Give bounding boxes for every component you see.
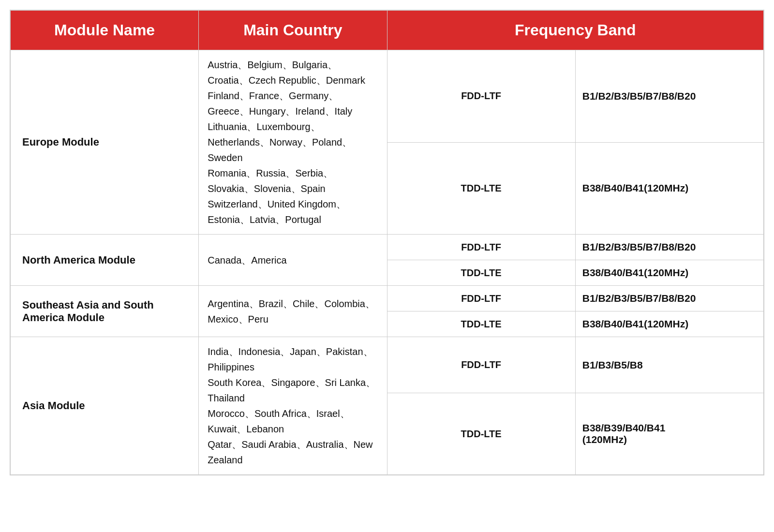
band-type-cell: TDD-LTE [387, 260, 575, 286]
header-module: Module Name [11, 11, 199, 50]
table-row: Southeast Asia and South America ModuleA… [11, 286, 764, 311]
header-country: Main Country [199, 11, 387, 50]
module-name-cell: Asia Module [11, 337, 199, 475]
module-name: Europe Module [22, 136, 99, 148]
band-value-cell: B1/B2/B3/B5/B7/B8/B20 [575, 286, 763, 311]
band-type-cell: TDD-LTE [387, 393, 575, 475]
module-name-cell: North America Module [11, 235, 199, 286]
band-value-cell: B38/B40/B41(120MHz) [575, 142, 763, 235]
band-type-cell: TDD-LTE [387, 311, 575, 337]
country-cell: Canada、America [199, 235, 387, 286]
module-name: North America Module [22, 254, 135, 266]
band-type-cell: FDD-LTF [387, 286, 575, 311]
band-value-cell: B38/B40/B41(120MHz) [575, 260, 763, 286]
table-row: North America ModuleCanada、AmericaFDD-LT… [11, 235, 764, 260]
main-table-container: Module Name Main Country Frequency Band … [10, 10, 764, 475]
band-type-cell: FDD-LTF [387, 235, 575, 260]
country-cell: India、Indonesia、Japan、Pakistan、Philippin… [199, 337, 387, 475]
module-name: Southeast Asia and South America Module [22, 299, 154, 324]
band-value-cell: B1/B2/B3/B5/B7/B8/B20 [575, 50, 763, 143]
country-cell: Austria、Belgium、Bulgaria、Croatia、Czech R… [199, 50, 387, 235]
country-cell: Argentina、Brazil、Chile、Colombia、Mexico、P… [199, 286, 387, 337]
band-type-cell: FDD-LTF [387, 50, 575, 143]
frequency-table: Module Name Main Country Frequency Band … [10, 10, 764, 475]
band-value-cell: B38/B39/B40/B41(120MHz) [575, 393, 763, 475]
module-name: Asia Module [22, 399, 85, 412]
band-value-cell: B38/B40/B41(120MHz) [575, 311, 763, 337]
band-type-cell: FDD-LTF [387, 337, 575, 393]
band-value-cell: B1/B3/B5/B8 [575, 337, 763, 393]
table-row: Asia ModuleIndia、Indonesia、Japan、Pakista… [11, 337, 764, 393]
module-name-cell: Europe Module [11, 50, 199, 235]
band-value-cell: B1/B2/B3/B5/B7/B8/B20 [575, 235, 763, 260]
table-row: Europe ModuleAustria、Belgium、Bulgaria、Cr… [11, 50, 764, 143]
band-type-cell: TDD-LTE [387, 142, 575, 235]
header-frequency: Frequency Band [387, 11, 764, 50]
module-name-cell: Southeast Asia and South America Module [11, 286, 199, 337]
header-row: Module Name Main Country Frequency Band [11, 11, 764, 50]
